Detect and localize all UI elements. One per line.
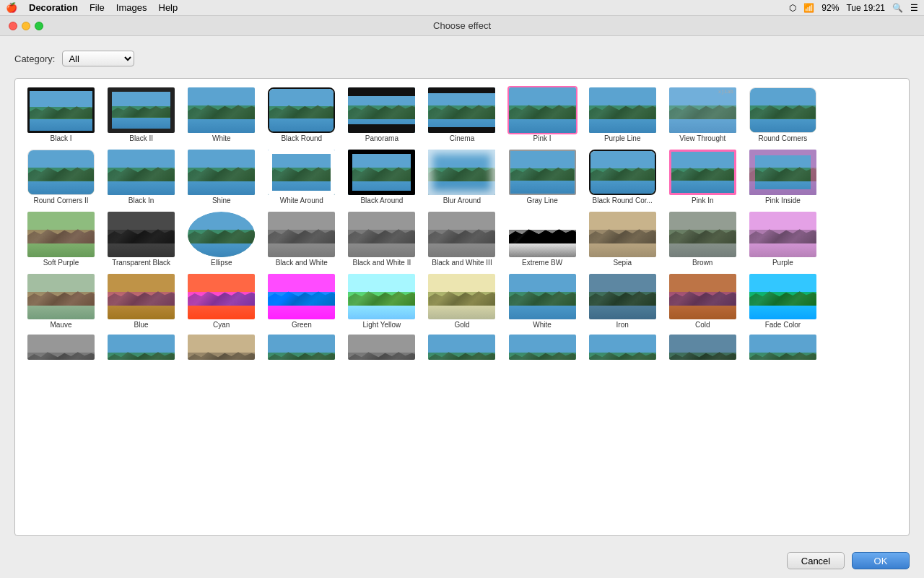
effect-item-pink-in[interactable]: Pink In (664, 148, 741, 206)
effect-label-blue: Blue (107, 321, 175, 329)
effect-label-fade-color: Fade Color (749, 321, 817, 329)
effect-label-blur-around: Blur Around (427, 197, 496, 204)
effect-item-purple-line[interactable]: Purple Line (584, 86, 661, 144)
effect-item-black-and-white[interactable]: Black and White (263, 210, 340, 268)
partial-effect-p11[interactable] (824, 335, 902, 360)
effect-label-pink-inside: Pink Inside (749, 197, 817, 204)
effect-label-iron: Iron (588, 321, 657, 329)
effect-item-white-color[interactable]: White (504, 272, 581, 330)
effect-item-pink-inside[interactable]: Pink Inside (744, 148, 821, 206)
effect-item-black-ii[interactable]: Black II (103, 86, 180, 144)
menu-item-help[interactable]: Help (159, 2, 178, 13)
effect-item-black-white-iii[interactable]: Black and White III (423, 210, 500, 268)
partial-effect-p5[interactable] (343, 335, 420, 360)
effect-label-gray-line: Gray Line (508, 197, 577, 204)
effect-item-view-through[interactable]: xjiabView Throught (664, 86, 741, 144)
effect-item-white-around[interactable]: White Around (263, 148, 340, 206)
effect-item-cyan[interactable]: Cyan (183, 272, 260, 330)
effect-item-cold[interactable]: Cold (664, 272, 741, 330)
effect-item-iron[interactable]: Iron (584, 272, 661, 330)
effect-item-spacer1[interactable] (824, 86, 902, 144)
effect-label-black-white-iii: Black and White III (427, 259, 496, 267)
effect-item-pink-i[interactable]: Pink I (504, 86, 581, 144)
menubar-right: ⬡ 📶 92% Tue 19:21 🔍 ☰ (789, 3, 918, 13)
menu-item-decoration[interactable]: Decoration (29, 2, 78, 13)
list-icon[interactable]: ☰ (910, 3, 918, 13)
partial-effect-p3[interactable] (183, 335, 260, 360)
effect-item-green[interactable]: Green (263, 272, 340, 330)
close-button[interactable] (9, 22, 17, 30)
effect-item-black-round[interactable]: Black Round (263, 86, 340, 144)
effect-item-spacer3[interactable] (824, 210, 902, 268)
effect-item-light-yellow[interactable]: Light Yellow (343, 272, 420, 330)
traffic-lights (9, 22, 43, 30)
titlebar: Choose effect (0, 16, 924, 36)
effect-item-sepia[interactable]: Sepia (584, 210, 661, 268)
effect-item-black-in[interactable]: Black In (103, 148, 180, 206)
apple-menu[interactable]: 🍎 (6, 2, 17, 13)
effect-item-panorama[interactable]: Panorama (343, 86, 420, 144)
effect-item-blur-around[interactable]: Blur Around (423, 148, 500, 206)
effect-label-shine: Shine (187, 197, 256, 204)
effect-label-gold: Gold (427, 321, 496, 329)
effect-label-purple-line: Purple Line (588, 134, 657, 142)
effect-item-gray-line[interactable]: Gray Line (504, 148, 581, 206)
effect-item-white[interactable]: White (183, 86, 260, 144)
search-icon[interactable]: 🔍 (892, 3, 903, 13)
partial-effect-p10[interactable] (744, 335, 821, 360)
partial-effect-p7[interactable] (504, 335, 581, 360)
effects-container[interactable]: Black IBlack IIWhiteBlack RoundPanoramaC… (14, 78, 910, 536)
partial-effect-p9[interactable] (664, 335, 741, 360)
effect-item-black-white-ii[interactable]: Black and White II (343, 210, 420, 268)
effect-label-mauve: Mauve (27, 321, 95, 329)
effect-item-purple[interactable]: Purple (744, 210, 821, 268)
effect-label-soft-purple: Soft Purple (27, 259, 95, 267)
effect-item-mauve[interactable]: Mauve (22, 272, 100, 330)
partial-effect-p4[interactable] (263, 335, 340, 360)
effect-label-extreme-bw: Extreme BW (508, 259, 577, 267)
effect-item-brown[interactable]: Brown (664, 210, 741, 268)
effect-item-fade-color[interactable]: Fade Color (744, 272, 821, 330)
effect-label-white: White (187, 134, 256, 142)
effect-label-ellipse: Ellipse (187, 259, 256, 267)
effect-item-spacer2[interactable] (824, 148, 902, 206)
effect-item-shine[interactable]: Shine (183, 148, 260, 206)
effect-item-black-round-cor[interactable]: Black Round Cor... (584, 148, 661, 206)
menu-item-images[interactable]: Images (116, 2, 147, 13)
effect-item-spacer4[interactable] (824, 272, 902, 330)
wifi-icon: 📶 (803, 3, 814, 13)
effect-label-black-round-cor: Black Round Cor... (588, 197, 657, 204)
effect-item-round-corners-ii[interactable]: Round Corners II (22, 148, 100, 206)
effect-item-black-around[interactable]: Black Around (343, 148, 420, 206)
effect-item-ellipse[interactable]: Ellipse (183, 210, 260, 268)
effect-item-soft-purple[interactable]: Soft Purple (22, 210, 100, 268)
minimize-button[interactable] (22, 22, 30, 30)
effect-item-gold[interactable]: Gold (423, 272, 500, 330)
partial-effect-p8[interactable] (584, 335, 661, 360)
effect-item-cinema[interactable]: Cinema (423, 86, 500, 144)
choose-effect-window: Choose effect Category: All Border Color… (0, 16, 924, 578)
ok-button[interactable]: OK (852, 552, 910, 569)
effect-label-black-and-white: Black and White (267, 259, 336, 267)
effect-label-transparent-black: Transparent Black (107, 259, 175, 267)
effect-label-sepia: Sepia (588, 259, 657, 267)
effect-label-round-corners: Round Corners (749, 134, 817, 142)
partial-effect-p2[interactable] (103, 335, 180, 360)
effect-label-black-i: Black I (27, 134, 95, 142)
effect-label-purple: Purple (749, 259, 817, 267)
effect-label-cinema: Cinema (427, 134, 496, 142)
effect-item-black-i[interactable]: Black I (22, 86, 100, 144)
effect-label-black-round: Black Round (267, 134, 336, 142)
partial-effect-p1[interactable] (22, 335, 100, 360)
maximize-button[interactable] (35, 22, 43, 30)
effect-label-cold: Cold (668, 321, 737, 329)
effect-item-round-corners[interactable]: Round Corners (744, 86, 821, 144)
cancel-button[interactable]: Cancel (787, 552, 845, 569)
effect-item-blue[interactable]: Blue (103, 272, 180, 330)
category-select[interactable]: All Border Color Effect (62, 51, 134, 66)
partial-effects-row (22, 335, 902, 360)
menu-item-file[interactable]: File (90, 2, 105, 13)
effect-item-extreme-bw[interactable]: Extreme BW (504, 210, 581, 268)
partial-effect-p6[interactable] (423, 335, 500, 360)
effect-item-transparent-black[interactable]: Transparent Black (103, 210, 180, 268)
